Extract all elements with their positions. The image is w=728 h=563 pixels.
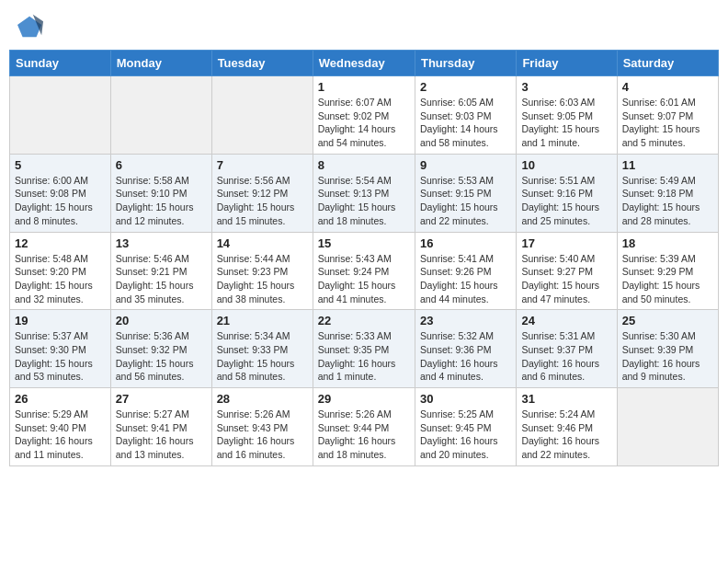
calendar-cell: 11Sunrise: 5:49 AM Sunset: 9:18 PM Dayli… [617, 154, 718, 232]
day-info: Sunrise: 5:51 AM Sunset: 9:16 PM Dayligh… [521, 174, 611, 228]
day-number: 29 [318, 392, 410, 406]
day-info: Sunrise: 5:49 AM Sunset: 9:18 PM Dayligh… [622, 174, 713, 228]
day-info: Sunrise: 6:03 AM Sunset: 9:05 PM Dayligh… [521, 96, 611, 150]
calendar-cell: 17Sunrise: 5:40 AM Sunset: 9:27 PM Dayli… [517, 232, 617, 310]
day-info: Sunrise: 5:26 AM Sunset: 9:43 PM Dayligh… [217, 408, 308, 462]
day-number: 1 [318, 80, 410, 94]
calendar-cell: 6Sunrise: 5:58 AM Sunset: 9:10 PM Daylig… [110, 154, 211, 232]
day-info: Sunrise: 6:07 AM Sunset: 9:02 PM Dayligh… [318, 96, 410, 150]
day-info: Sunrise: 5:24 AM Sunset: 9:46 PM Dayligh… [521, 408, 611, 462]
day-number: 26 [15, 392, 106, 406]
calendar-cell: 25Sunrise: 5:30 AM Sunset: 9:39 PM Dayli… [617, 310, 718, 388]
calendar-cell: 16Sunrise: 5:41 AM Sunset: 9:26 PM Dayli… [415, 232, 516, 310]
weekday-header: Tuesday [211, 51, 313, 76]
calendar-cell: 7Sunrise: 5:56 AM Sunset: 9:12 PM Daylig… [211, 154, 313, 232]
day-info: Sunrise: 5:46 AM Sunset: 9:21 PM Dayligh… [116, 252, 207, 306]
calendar-cell [211, 76, 313, 155]
day-info: Sunrise: 6:01 AM Sunset: 9:07 PM Dayligh… [622, 96, 713, 150]
calendar-cell: 19Sunrise: 5:37 AM Sunset: 9:30 PM Dayli… [10, 310, 111, 388]
calendar-week-row: 1Sunrise: 6:07 AM Sunset: 9:02 PM Daylig… [10, 76, 719, 155]
day-info: Sunrise: 5:32 AM Sunset: 9:36 PM Dayligh… [420, 329, 511, 384]
day-info: Sunrise: 5:26 AM Sunset: 9:44 PM Dayligh… [318, 408, 410, 462]
day-number: 6 [116, 158, 207, 172]
calendar-week-row: 5Sunrise: 6:00 AM Sunset: 9:08 PM Daylig… [10, 154, 719, 232]
day-number: 15 [318, 236, 410, 250]
day-number: 23 [420, 314, 511, 327]
calendar-cell: 12Sunrise: 5:48 AM Sunset: 9:20 PM Dayli… [10, 232, 111, 310]
calendar-cell: 1Sunrise: 6:07 AM Sunset: 9:02 PM Daylig… [313, 76, 415, 155]
day-number: 19 [15, 314, 106, 327]
day-info: Sunrise: 5:31 AM Sunset: 9:37 PM Dayligh… [521, 329, 611, 384]
day-number: 27 [116, 392, 207, 406]
day-number: 22 [318, 314, 410, 327]
calendar-cell: 8Sunrise: 5:54 AM Sunset: 9:13 PM Daylig… [313, 154, 415, 232]
calendar-cell: 3Sunrise: 6:03 AM Sunset: 9:05 PM Daylig… [517, 76, 617, 155]
day-number: 7 [217, 158, 308, 172]
day-number: 31 [521, 392, 611, 406]
day-number: 2 [420, 80, 511, 94]
weekday-header: Wednesday [313, 51, 415, 76]
calendar-cell: 23Sunrise: 5:32 AM Sunset: 9:36 PM Dayli… [415, 310, 516, 388]
calendar-cell: 4Sunrise: 6:01 AM Sunset: 9:07 PM Daylig… [617, 76, 718, 155]
logo [15, 13, 43, 39]
weekday-header: Thursday [415, 51, 516, 76]
day-number: 28 [217, 392, 308, 406]
calendar-cell: 26Sunrise: 5:29 AM Sunset: 9:40 PM Dayli… [10, 388, 111, 466]
day-number: 18 [622, 236, 713, 250]
calendar-cell: 18Sunrise: 5:39 AM Sunset: 9:29 PM Dayli… [617, 232, 718, 310]
day-info: Sunrise: 5:37 AM Sunset: 9:30 PM Dayligh… [15, 329, 106, 384]
day-number: 13 [116, 236, 207, 250]
day-info: Sunrise: 5:40 AM Sunset: 9:27 PM Dayligh… [521, 252, 611, 306]
calendar-week-row: 12Sunrise: 5:48 AM Sunset: 9:20 PM Dayli… [10, 232, 719, 310]
day-number: 20 [116, 314, 207, 327]
day-number: 21 [217, 314, 308, 327]
calendar-cell: 5Sunrise: 6:00 AM Sunset: 9:08 PM Daylig… [10, 154, 111, 232]
day-info: Sunrise: 5:30 AM Sunset: 9:39 PM Dayligh… [622, 329, 713, 384]
calendar-week-row: 19Sunrise: 5:37 AM Sunset: 9:30 PM Dayli… [10, 310, 719, 388]
calendar-cell: 20Sunrise: 5:36 AM Sunset: 9:32 PM Dayli… [110, 310, 211, 388]
day-number: 25 [622, 314, 713, 327]
calendar-table: SundayMondayTuesdayWednesdayThursdayFrid… [9, 50, 719, 466]
calendar-cell: 30Sunrise: 5:25 AM Sunset: 9:45 PM Dayli… [415, 388, 516, 466]
day-info: Sunrise: 5:36 AM Sunset: 9:32 PM Dayligh… [116, 329, 207, 384]
day-info: Sunrise: 5:58 AM Sunset: 9:10 PM Dayligh… [116, 174, 207, 228]
day-info: Sunrise: 5:27 AM Sunset: 9:41 PM Dayligh… [116, 408, 207, 462]
day-info: Sunrise: 5:34 AM Sunset: 9:33 PM Dayligh… [217, 329, 308, 384]
day-info: Sunrise: 6:05 AM Sunset: 9:03 PM Dayligh… [420, 96, 511, 150]
day-number: 10 [521, 158, 611, 172]
calendar-cell [110, 76, 211, 155]
weekday-header: Saturday [617, 51, 718, 76]
day-info: Sunrise: 5:54 AM Sunset: 9:13 PM Dayligh… [318, 174, 410, 228]
day-number: 5 [15, 158, 106, 172]
weekday-header: Friday [517, 51, 617, 76]
day-info: Sunrise: 5:29 AM Sunset: 9:40 PM Dayligh… [15, 408, 106, 462]
day-number: 12 [15, 236, 106, 250]
day-info: Sunrise: 5:53 AM Sunset: 9:15 PM Dayligh… [420, 174, 511, 228]
day-number: 30 [420, 392, 511, 406]
calendar-week-row: 26Sunrise: 5:29 AM Sunset: 9:40 PM Dayli… [10, 388, 719, 466]
weekday-header: Monday [110, 51, 211, 76]
day-number: 8 [318, 158, 410, 172]
day-info: Sunrise: 5:25 AM Sunset: 9:45 PM Dayligh… [420, 408, 511, 462]
day-info: Sunrise: 6:00 AM Sunset: 9:08 PM Dayligh… [15, 174, 106, 228]
weekday-header: Sunday [10, 51, 111, 76]
calendar-cell: 21Sunrise: 5:34 AM Sunset: 9:33 PM Dayli… [211, 310, 313, 388]
day-info: Sunrise: 5:44 AM Sunset: 9:23 PM Dayligh… [217, 252, 308, 306]
day-number: 9 [420, 158, 511, 172]
calendar-cell [617, 388, 718, 466]
calendar-cell: 31Sunrise: 5:24 AM Sunset: 9:46 PM Dayli… [517, 388, 617, 466]
day-number: 4 [622, 80, 713, 94]
logo-icon [17, 13, 43, 39]
calendar-cell: 15Sunrise: 5:43 AM Sunset: 9:24 PM Dayli… [313, 232, 415, 310]
calendar-cell: 29Sunrise: 5:26 AM Sunset: 9:44 PM Dayli… [313, 388, 415, 466]
calendar-cell: 2Sunrise: 6:05 AM Sunset: 9:03 PM Daylig… [415, 76, 516, 155]
day-info: Sunrise: 5:43 AM Sunset: 9:24 PM Dayligh… [318, 252, 410, 306]
day-number: 3 [521, 80, 611, 94]
page-header [9, 9, 719, 42]
day-number: 11 [622, 158, 713, 172]
day-number: 17 [521, 236, 611, 250]
calendar-cell: 24Sunrise: 5:31 AM Sunset: 9:37 PM Dayli… [517, 310, 617, 388]
day-info: Sunrise: 5:41 AM Sunset: 9:26 PM Dayligh… [420, 252, 511, 306]
day-info: Sunrise: 5:33 AM Sunset: 9:35 PM Dayligh… [318, 329, 410, 384]
calendar-cell: 22Sunrise: 5:33 AM Sunset: 9:35 PM Dayli… [313, 310, 415, 388]
